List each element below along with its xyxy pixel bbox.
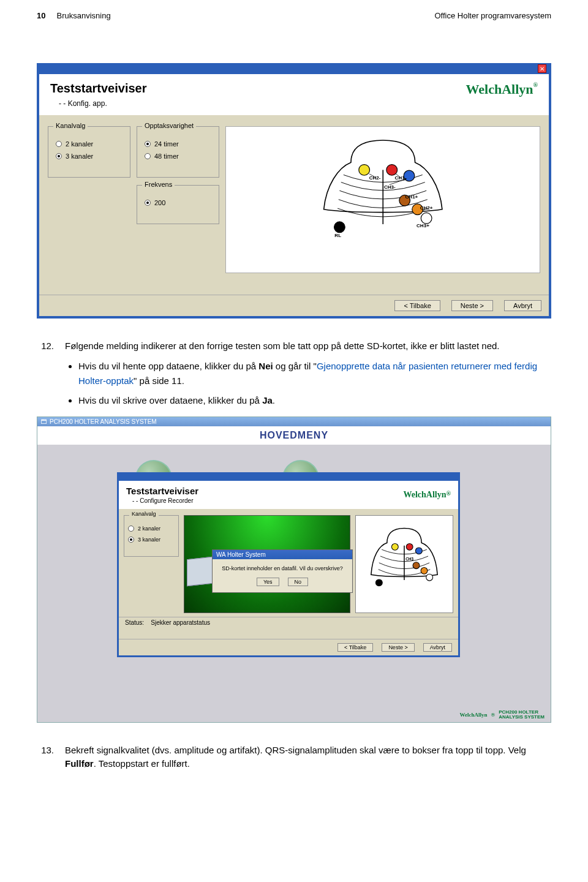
status-text: Sjekker apparatstatus: [151, 619, 210, 626]
kanalvalg-legend: Kanalvalg: [129, 511, 159, 517]
list-item: Hvis du vil skrive over dataene, klikker…: [78, 393, 551, 408]
step-text: Bekreft signalkvalitet (dvs. amplitude o…: [65, 744, 551, 771]
kanalvalg-group: Kanalvalg 2 kanaler 3 kanaler: [124, 515, 179, 557]
radio-2kanaler[interactable]: [128, 526, 134, 532]
analysis-system-label: PCH200 HOLTERANALYSIS SYSTEM: [499, 710, 545, 720]
window-header: Teststartveiviser - - Configure Recorder…: [119, 481, 458, 509]
svg-text:CH3+: CH3+: [417, 223, 429, 228]
yes-button[interactable]: Yes: [257, 578, 279, 586]
svg-point-1: [359, 165, 370, 176]
wizard-subtitle: - - Configure Recorder: [132, 497, 198, 504]
step-12: 12. Følgende melding indikerer at den fo…: [37, 339, 551, 353]
electrode-diagram-small: CH3: [355, 515, 453, 613]
wizard-title: Teststartveiviser: [50, 81, 147, 96]
svg-text:CH3: CH3: [405, 556, 413, 560]
back-button[interactable]: < Tilbake: [394, 300, 440, 311]
status-label: Status:: [125, 619, 144, 626]
wizard-title: Teststartveiviser: [126, 486, 198, 496]
main-window-2: 🗔 PCH200 HOLTER ANALYSIS SYSTEM HOVEDMEN…: [37, 417, 551, 723]
opptak-legend: Opptaksvarighet: [142, 122, 196, 129]
welchallyn-logo: WelchAllyn®: [466, 81, 538, 97]
svg-point-22: [413, 562, 420, 569]
step-number: 13.: [37, 744, 54, 771]
frekvens-legend: Frekvens: [142, 181, 175, 188]
recorder-preview-pane: WA Holter System SD-kortet inneholder en…: [184, 515, 350, 613]
kanalvalg-group: Kanalvalg 2 kanaler 3 kanaler: [48, 126, 130, 178]
no-button[interactable]: No: [288, 578, 309, 586]
status-row: Status: Sjekker apparatstatus: [119, 617, 458, 628]
radio-3kanaler[interactable]: [128, 537, 134, 543]
footer-logo: WelchAllyn® PCH200 HOLTERANALYSIS SYSTEM: [459, 710, 547, 720]
step-text: Følgende melding indikerer at den forrig…: [65, 339, 551, 353]
next-button[interactable]: Neste >: [382, 643, 414, 652]
page-number-and-section: 10 Bruksanvisning: [37, 11, 111, 20]
svg-point-24: [426, 574, 433, 581]
kanalvalg-legend: Kanalvalg: [53, 122, 88, 129]
svg-text:CH1-: CH1-: [394, 176, 406, 181]
frekvens-group: Frekvens 200: [137, 185, 219, 224]
step-number: 12.: [37, 339, 54, 353]
svg-point-20: [406, 543, 413, 550]
wizard-window-1: ✕ Teststartveiviser - - Konfig. app. Wel…: [37, 63, 551, 318]
svg-text:CH3-: CH3-: [384, 184, 396, 190]
radio-200[interactable]: [145, 200, 151, 206]
cancel-button[interactable]: Avbryt: [423, 643, 452, 652]
svg-point-21: [415, 548, 422, 554]
bullet-list: Hvis du vil hente opp dataene, klikker d…: [78, 359, 551, 408]
svg-point-6: [421, 213, 432, 224]
svg-point-2: [386, 165, 398, 176]
dialog-titlebar: WA Holter System: [213, 550, 352, 559]
step-13: 13. Bekreft signalkvalitet (dvs. amplitu…: [37, 744, 551, 771]
wizard-footer: < Tilbake Neste > Avbryt: [119, 639, 458, 655]
close-icon[interactable]: ✕: [538, 64, 546, 73]
svg-point-23: [421, 567, 428, 574]
torso-svg-small: CH3: [364, 524, 444, 604]
radio-48t[interactable]: [145, 153, 151, 159]
wizard-window-2: Teststartveiviser - - Configure Recorder…: [117, 472, 460, 657]
svg-text:CH2+: CH2+: [420, 205, 432, 211]
svg-point-25: [375, 579, 382, 586]
wizard-footer: < Tilbake Neste > Avbryt: [39, 295, 549, 316]
svg-point-7: [334, 222, 345, 233]
radio-3kanaler[interactable]: [56, 153, 62, 159]
hovedmeny-heading: HOVEDMENY: [37, 426, 551, 445]
window-header: Teststartveiviser - - Konfig. app. Welch…: [39, 74, 549, 115]
page-header: 10 Bruksanvisning Office Holter programv…: [0, 0, 588, 26]
svg-text:RL: RL: [334, 233, 341, 238]
product-name: Office Holter programvaresystem: [435, 11, 552, 20]
torso-svg: CH2- CH1- CH3- CH1+ CH2+ CH3+ RL: [245, 135, 521, 263]
opptaksvarighet-group: Opptaksvarighet 24 timer 48 timer: [137, 126, 219, 178]
svg-text:CH2-: CH2-: [369, 176, 380, 181]
electrode-diagram: CH2- CH1- CH3- CH1+ CH2+ CH3+ RL: [225, 126, 540, 273]
app-icon: 🗔: [41, 418, 47, 425]
titlebar: 🗔 PCH200 HOLTER ANALYSIS SYSTEM: [37, 417, 551, 426]
svg-text:CH1+: CH1+: [405, 194, 418, 200]
list-item: Hvis du vil hente opp dataene, klikker d…: [78, 359, 551, 388]
cancel-button[interactable]: Avbryt: [504, 300, 541, 311]
radio-24t[interactable]: [145, 141, 151, 147]
wizard-subtitle: - - Konfig. app.: [59, 99, 147, 108]
radio-2kanaler[interactable]: [56, 141, 62, 147]
manual-section: Bruksanvisning: [57, 11, 111, 20]
welchallyn-logo: WelchAllyn®: [404, 490, 451, 500]
overwrite-dialog: WA Holter System SD-kortet inneholder en…: [212, 549, 353, 593]
next-button[interactable]: Neste >: [451, 300, 493, 311]
page-number: 10: [37, 11, 45, 20]
svg-point-19: [391, 543, 398, 550]
dialog-message: SD-kortet inneholder en datafil. Vil du …: [213, 559, 352, 575]
back-button[interactable]: < Tilbake: [337, 643, 373, 652]
